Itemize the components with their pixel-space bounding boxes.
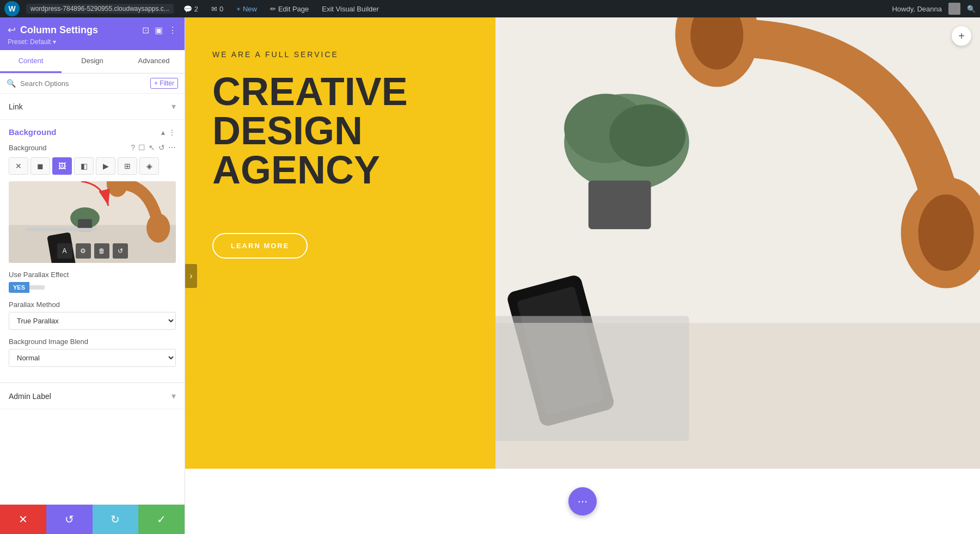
- search-icon: 🔍: [7, 79, 16, 88]
- parallax-toggle[interactable]: YES: [9, 282, 176, 293]
- new-button[interactable]: + New: [233, 4, 260, 14]
- parallax-row: Use Parallax Effect YES: [9, 271, 176, 293]
- bg-type-image[interactable]: 🖼: [52, 157, 72, 175]
- image-blend-select[interactable]: Normal Multiply Screen Overlay Darken Li…: [9, 349, 176, 367]
- messages-link[interactable]: ✉ 0: [208, 4, 226, 14]
- fab-button[interactable]: ···: [568, 487, 597, 515]
- plus-icon: +: [236, 5, 241, 13]
- pencil-icon: ✏: [270, 5, 276, 13]
- search-input[interactable]: [20, 79, 146, 88]
- new-label: New: [243, 5, 257, 13]
- search-icon[interactable]: 🔍: [967, 5, 976, 13]
- toggle-yes[interactable]: YES: [9, 282, 29, 293]
- edit-page-label: Edit Page: [278, 5, 309, 13]
- hero-subtitle: WE ARE A FULL SERVICE: [212, 50, 468, 59]
- svg-rect-21: [495, 316, 689, 441]
- left-panel: ↩ Column Settings ⊡ ▣ ⋮ Preset: Default …: [0, 17, 185, 534]
- comments-link[interactable]: 💬 2: [180, 4, 201, 14]
- image-text-btn[interactable]: A: [57, 243, 72, 259]
- cursor-icon[interactable]: ↖: [149, 143, 155, 152]
- undo-button[interactable]: ↺: [46, 505, 93, 534]
- parallax-method-row: Parallax Method True Parallax CSS Mouse: [9, 300, 176, 330]
- background-type-buttons: ✕ ◼ 🖼 ◧ ▶ ⊞ ◈: [9, 157, 176, 175]
- parallax-method-select[interactable]: True Parallax CSS Mouse: [9, 312, 176, 330]
- message-count: 0: [219, 5, 223, 13]
- bottom-action-bar: ✕ ↺ ↻ ✓: [0, 505, 185, 534]
- svg-point-16: [609, 104, 685, 167]
- image-delete-btn[interactable]: 🗑: [94, 243, 109, 259]
- howdy-text: Howdy, Deanna: [892, 5, 942, 13]
- link-label: Link: [9, 102, 23, 111]
- layout-icon[interactable]: ▣: [155, 25, 163, 35]
- hero-title: CREATIVEDESIGNAGENCY: [212, 72, 468, 189]
- tab-advanced[interactable]: Advanced: [123, 50, 185, 73]
- bg-type-none[interactable]: ✕: [9, 157, 28, 175]
- redo-button[interactable]: ↻: [93, 505, 139, 534]
- admin-label-text: Admin Label: [9, 392, 51, 401]
- user-avatar[interactable]: [948, 3, 960, 15]
- admin-label-section[interactable]: Admin Label ▾: [0, 383, 185, 409]
- exit-builder-label: Exit Visual Builder: [322, 5, 379, 13]
- toggle-no[interactable]: [29, 285, 45, 290]
- canvas-area: › WE ARE A FULL SERVICE CREATIVEDESIGNAG…: [185, 17, 980, 534]
- duplicate-icon[interactable]: ⊡: [142, 25, 149, 35]
- canvas-content: WE ARE A FULL SERVICE CREATIVEDESIGNAGEN…: [185, 17, 980, 469]
- filter-button[interactable]: + Filter: [150, 78, 178, 89]
- link-section[interactable]: Link ▾: [0, 94, 185, 120]
- image-action-buttons: A ⚙ 🗑 ↺: [57, 243, 128, 259]
- bg-type-mask[interactable]: ◈: [139, 157, 159, 175]
- bottom-canvas: ···: [185, 469, 980, 534]
- page-toggle-button[interactable]: ›: [185, 264, 197, 288]
- background-image-preview: A ⚙ 🗑 ↺: [9, 181, 176, 263]
- image-blend-row: Background Image Blend Normal Multiply S…: [9, 337, 176, 367]
- tab-design[interactable]: Design: [62, 50, 123, 73]
- svg-rect-7: [26, 228, 96, 231]
- comment-count: 2: [194, 5, 198, 13]
- chevron-down-icon: ▾: [53, 38, 56, 46]
- cancel-button[interactable]: ✕: [0, 505, 46, 534]
- background-section: Background ▴ ⋮ Background ? ☐ ↖ ↺ ⋯: [0, 120, 185, 383]
- options-icon[interactable]: ⋮: [168, 128, 176, 137]
- more-icon[interactable]: ⋮: [168, 25, 177, 35]
- more-options-icon[interactable]: ⋯: [168, 143, 176, 152]
- site-url-text: wordpress-784896-5290955.cloudwaysapps.c…: [30, 5, 169, 13]
- image-blend-label: Background Image Blend: [9, 337, 176, 346]
- parallax-label: Use Parallax Effect: [9, 271, 176, 279]
- save-button[interactable]: ✓: [138, 505, 185, 534]
- filter-label: + Filter: [154, 79, 174, 87]
- preview-bg: A ⚙ 🗑 ↺: [9, 181, 176, 263]
- edit-page-link[interactable]: ✏ Edit Page: [267, 4, 312, 14]
- yellow-section: WE ARE A FULL SERVICE CREATIVEDESIGNAGEN…: [185, 17, 495, 469]
- bg-type-video[interactable]: ▶: [96, 157, 115, 175]
- reset-icon[interactable]: ↺: [158, 143, 165, 152]
- panel-title: Column Settings: [20, 24, 138, 36]
- svg-point-11: [918, 194, 974, 271]
- parallax-method-label: Parallax Method: [9, 300, 176, 309]
- preset-label[interactable]: Preset: Default ▾: [8, 38, 177, 46]
- add-column-button[interactable]: +: [952, 26, 971, 46]
- back-icon[interactable]: ↩: [8, 24, 16, 36]
- photo-background: [495, 17, 980, 469]
- learn-more-button[interactable]: LEARN MORE: [212, 233, 308, 259]
- bg-type-solid[interactable]: ◼: [30, 157, 50, 175]
- tab-content[interactable]: Content: [0, 50, 62, 73]
- site-url[interactable]: wordpress-784896-5290955.cloudwaysapps.c…: [26, 4, 174, 14]
- svg-rect-17: [589, 181, 651, 229]
- fab-icon: ···: [578, 494, 587, 508]
- collapse-icon[interactable]: ▴: [161, 128, 165, 137]
- wp-logo-icon[interactable]: W: [4, 1, 20, 16]
- message-icon: ✉: [211, 5, 217, 13]
- background-row-label: Background: [9, 144, 46, 152]
- image-reset-btn[interactable]: ↺: [113, 243, 128, 259]
- copy-icon[interactable]: ☐: [138, 143, 145, 152]
- exit-builder-button[interactable]: Exit Visual Builder: [318, 4, 382, 14]
- help-icon[interactable]: ?: [131, 143, 135, 152]
- chevron-right-icon: ›: [189, 271, 192, 281]
- photo-section: +: [495, 17, 980, 469]
- panel-content: Link ▾ Background ▴ ⋮ Background ?: [0, 94, 185, 534]
- bg-type-gradient[interactable]: ◧: [74, 157, 94, 175]
- image-settings-btn[interactable]: ⚙: [76, 243, 91, 259]
- bg-type-pattern[interactable]: ⊞: [118, 157, 137, 175]
- photo-scene-svg: [495, 17, 980, 469]
- user-greeting: Howdy, Deanna: [892, 5, 942, 13]
